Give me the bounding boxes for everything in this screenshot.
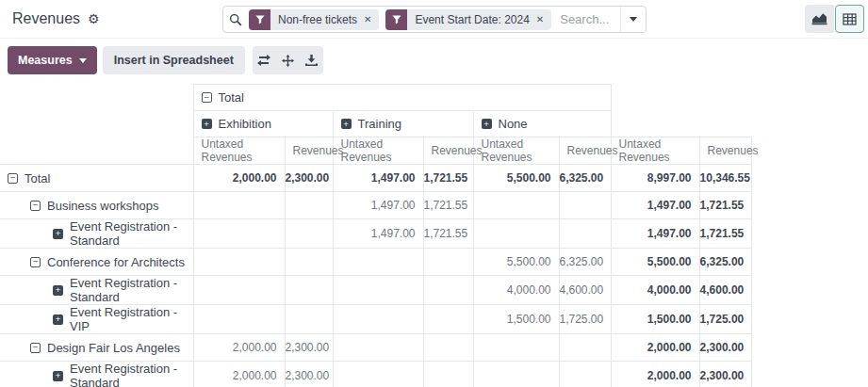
pivot-row: +Event Registration - Standard4,000.004,… xyxy=(0,276,751,305)
pivot-value-cell: 5,500.00 xyxy=(473,165,559,192)
pivot-value-cell: 1,500.00 xyxy=(611,305,699,334)
download-button[interactable] xyxy=(300,46,323,74)
pivot-value-cell xyxy=(559,219,611,249)
pivot-view-button[interactable] xyxy=(835,5,864,33)
download-icon xyxy=(305,55,318,66)
row-label: Event Registration - Standard xyxy=(70,362,193,387)
filter-facet-event-start-date[interactable]: Event Start Date: 2024 ✕ xyxy=(385,9,551,30)
pivot-value-cell: 2,000.00 xyxy=(193,165,285,192)
pivot-value-cell: 2,300.00 xyxy=(699,334,751,362)
flip-axis-button[interactable] xyxy=(253,46,276,74)
pivot-value-cell xyxy=(333,276,423,305)
insert-in-spreadsheet-button[interactable]: Insert in Spreadsheet xyxy=(103,46,245,74)
pivot-row-header[interactable]: +Event Registration - Standard xyxy=(0,276,193,305)
pivot-value-cell: 2,300.00 xyxy=(285,334,333,362)
search-icon xyxy=(229,13,242,26)
measure-header[interactable]: Untaxed Revenues xyxy=(611,137,699,165)
pivot-value-cell: 2,300.00 xyxy=(285,362,333,387)
pivot-value-cell: 2,000.00 xyxy=(611,362,699,387)
pivot-value-cell: 2,300.00 xyxy=(699,362,751,387)
pivot-value-cell: 5,500.00 xyxy=(473,249,559,276)
plus-square-icon: + xyxy=(53,285,63,296)
measure-header[interactable]: Revenues xyxy=(285,137,333,165)
pivot-value-cell: 6,325.00 xyxy=(559,165,611,192)
measure-header[interactable]: Untaxed Revenues xyxy=(193,137,285,165)
pivot-value-cell: 4,000.00 xyxy=(473,276,559,305)
filter-icon xyxy=(385,9,407,30)
pivot-value-cell xyxy=(559,334,611,362)
pivot-value-cell: 1,497.00 xyxy=(611,192,699,219)
measure-header[interactable]: Untaxed Revenues xyxy=(473,137,559,165)
pivot-value-cell xyxy=(333,249,423,276)
facet-close-icon[interactable]: ✕ xyxy=(536,14,544,24)
pivot-value-cell: 1,721.55 xyxy=(423,192,473,219)
pivot-value-cell: 1,721.55 xyxy=(423,219,473,249)
search-input[interactable]: Search... xyxy=(560,12,620,26)
pivot-value-cell: 5,500.00 xyxy=(611,249,699,276)
measure-header[interactable]: Revenues xyxy=(559,137,611,165)
plus-square-icon: + xyxy=(202,119,212,129)
measures-button[interactable]: Measures xyxy=(8,46,97,74)
pivot-toolbar: Measures Insert in Spreadsheet xyxy=(0,39,868,82)
expand-all-button[interactable] xyxy=(276,46,300,74)
pivot-value-cell: 8,997.00 xyxy=(611,165,699,192)
search-options-toggle[interactable] xyxy=(620,7,646,32)
col-group-exhibition[interactable]: + Exhibition xyxy=(193,111,333,137)
pivot-value-cell xyxy=(193,192,285,219)
plus-square-icon: + xyxy=(341,119,352,129)
pivot-value-cell: 2,300.00 xyxy=(285,165,333,192)
filter-icon xyxy=(249,9,270,30)
row-label: Business workshops xyxy=(47,199,159,213)
pivot-row-header[interactable]: +Event Registration - VIP xyxy=(0,305,193,334)
measures-label: Measures xyxy=(18,54,73,67)
pivot-value-cell: 1,721.55 xyxy=(423,165,473,192)
pivot-tools-group xyxy=(253,46,323,74)
pivot-value-cell xyxy=(193,249,285,276)
pivot-row: −Business workshops1,497.001,721.551,497… xyxy=(0,192,751,219)
filter-facet-non-free-tickets[interactable]: Non-free tickets ✕ xyxy=(249,9,379,30)
pivot-row: +Event Registration - VIP1,500.001,725.0… xyxy=(0,305,751,334)
pivot-measures-row: Untaxed RevenuesRevenuesUntaxed Revenues… xyxy=(0,137,751,165)
minus-square-icon: − xyxy=(8,173,18,184)
pivot-value-cell xyxy=(285,219,333,249)
pivot-value-cell xyxy=(285,305,333,334)
row-label: Conference for Architects xyxy=(47,255,185,269)
pivot-row-header[interactable]: +Event Registration - Standard xyxy=(0,362,193,387)
row-label: Event Registration - Standard xyxy=(70,276,193,304)
pivot-value-cell xyxy=(193,276,285,305)
pivot-row: +Event Registration - Standard2,000.002,… xyxy=(0,362,751,387)
pivot-value-cell xyxy=(333,334,423,362)
measure-header[interactable]: Untaxed Revenues xyxy=(333,137,423,165)
graph-view-button[interactable] xyxy=(805,5,834,33)
col-group-training[interactable]: + Training xyxy=(333,111,473,137)
pivot-value-cell: 1,497.00 xyxy=(333,192,423,219)
pivot-value-cell xyxy=(423,362,473,387)
expand-all-icon xyxy=(282,55,294,67)
facet-close-icon[interactable]: ✕ xyxy=(364,14,371,24)
row-label: Event Registration - Standard xyxy=(70,219,193,248)
pivot-table: − Total + Exhibition + Training xyxy=(0,84,752,387)
pivot-row-header[interactable]: −Business workshops xyxy=(0,192,193,219)
pivot-row-header[interactable]: +Event Registration - Standard xyxy=(0,219,193,249)
pivot-value-cell: 2,000.00 xyxy=(193,362,285,387)
pivot-value-cell xyxy=(285,276,333,305)
measure-header[interactable]: Revenues xyxy=(423,137,473,165)
col-group-none[interactable]: + None xyxy=(473,111,611,137)
search-bar[interactable]: Non-free tickets ✕ Event Start Date: 202… xyxy=(222,6,647,33)
measure-header[interactable]: Revenues xyxy=(699,137,751,165)
pivot-value-cell xyxy=(285,249,333,276)
col-group-total[interactable]: − Total xyxy=(193,85,611,111)
pivot-row: −Design Fair Los Angeles2,000.002,300.00… xyxy=(0,334,751,362)
control-panel: Revenues ⚙ Non-free tickets ✕ Event Star… xyxy=(0,0,868,39)
pivot-row-header[interactable]: −Conference for Architects xyxy=(0,249,193,276)
pivot-value-cell xyxy=(423,305,473,334)
pivot-row-header[interactable]: −Design Fair Los Angeles xyxy=(0,334,193,362)
row-label: Design Fair Los Angeles xyxy=(47,341,180,355)
pivot-header-blank xyxy=(611,111,751,137)
pivot-row-header[interactable]: −Total xyxy=(0,165,193,192)
pivot-icon xyxy=(843,13,857,25)
minus-square-icon: − xyxy=(30,257,41,267)
gear-icon[interactable]: ⚙ xyxy=(88,12,100,25)
col-group-label: None xyxy=(499,117,528,131)
col-group-label: Total xyxy=(219,90,244,105)
